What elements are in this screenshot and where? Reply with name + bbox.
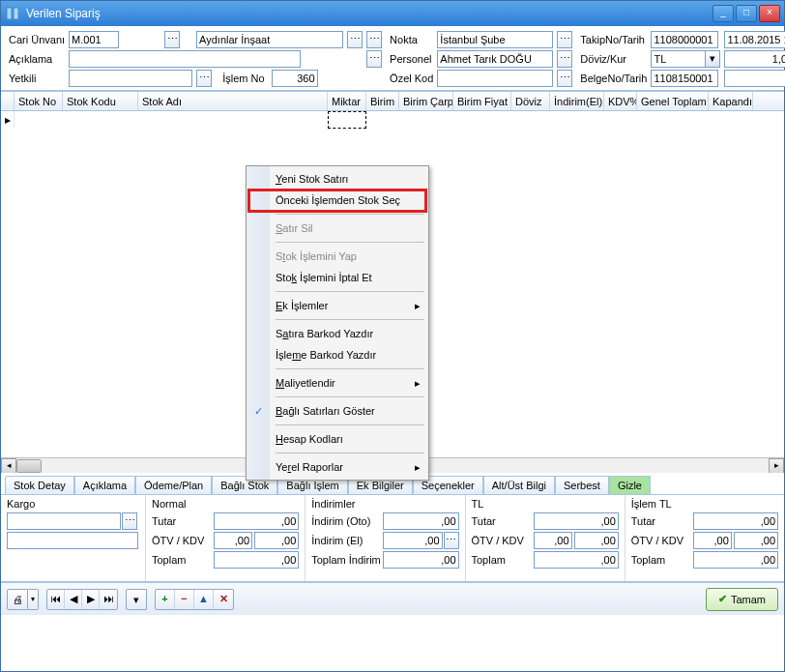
normal-title: Normal <box>152 498 299 510</box>
menu-stok-islem: Stok İşlemini Yap <box>248 246 426 267</box>
col-miktar[interactable]: Miktar <box>328 92 366 110</box>
menu-onceki-islemden[interactable]: Önceki İşlemden Stok Seç <box>248 190 426 211</box>
toplam-indirim: ,00 <box>383 551 458 569</box>
yetkili-input[interactable] <box>69 70 192 87</box>
grid-row[interactable] <box>1 111 784 129</box>
kargo-title: Kargo <box>7 498 139 510</box>
close-button[interactable]: × <box>759 5 780 22</box>
col-indirimel[interactable]: İndirim(El) <box>550 92 604 110</box>
menu-hesap-kodlari[interactable]: Hesap Kodları <box>248 428 426 450</box>
cari-code-lookup[interactable]: ⋯ <box>164 31 180 48</box>
col-stokkodu[interactable]: Stok Kodu <box>63 92 138 110</box>
menu-ek-islemler[interactable]: Ek İşlemler▸ <box>248 295 426 316</box>
islemno-label: İşlem No <box>222 73 264 84</box>
menu-satira-barkod[interactable]: Satıra Barkod Yazdır <box>248 323 426 344</box>
print-split[interactable]: ▾ <box>28 589 39 610</box>
active-cell[interactable] <box>328 111 366 129</box>
doviz-combo[interactable]: TL▾ <box>651 50 720 68</box>
col-birimfiyat[interactable]: Birim Fiyat <box>453 92 511 110</box>
nav-last-button[interactable]: ⏭ <box>100 590 117 609</box>
islemno-input[interactable] <box>272 70 318 87</box>
menu-stok-iptal[interactable]: Stok İşlemini İptal Et <box>248 267 426 288</box>
indirim-el: ,00 <box>383 532 442 549</box>
nokta-input[interactable] <box>437 31 553 48</box>
normal-kdv: ,00 <box>254 532 299 549</box>
takip-no-input[interactable] <box>651 31 718 48</box>
header-form: Cari Ünvanı ⋯ ⋯ ⋯ Nokta ⋯ TakipNo/Tarih … <box>1 26 784 91</box>
cancel-button[interactable]: ✕ <box>214 590 233 609</box>
nokta-lookup[interactable]: ⋯ <box>557 31 572 48</box>
belge-date-input[interactable] <box>724 70 785 87</box>
tl-otv: ,00 <box>534 532 572 549</box>
personel-input[interactable] <box>437 50 553 68</box>
tab-gizle[interactable]: Gizle <box>609 476 651 494</box>
scroll-right-icon[interactable]: ▸ <box>769 458 784 473</box>
grid-header: Stok No Stok Kodu Stok Adı Miktar Birim … <box>1 92 784 111</box>
ozelkod-label: Özel Kod <box>384 69 435 88</box>
menu-isleme-barkod[interactable]: İşleme Barkod Yazdır <box>248 344 426 365</box>
tab-stokdetay[interactable]: Stok Detay <box>5 476 74 494</box>
menu-bagli-satirlari[interactable]: ✓Bağlı Satırları Göster <box>248 400 426 422</box>
check-icon: ✔ <box>718 593 727 605</box>
menu-yeni-stok[interactable]: Yeni Stok Satırı <box>248 168 426 190</box>
col-birimcarp[interactable]: Birim Çarp <box>399 92 453 110</box>
maximize-button[interactable]: □ <box>736 5 757 22</box>
tab-altustbilgi[interactable]: Alt/Üst Bilgi <box>483 476 555 494</box>
scroll-thumb[interactable] <box>16 459 42 473</box>
menu-yerel-raporlar[interactable]: Yerel Raporlar▸ <box>248 456 426 478</box>
find-button[interactable]: ▾ <box>126 589 147 610</box>
tamam-button[interactable]: ✔Tamam <box>706 588 778 611</box>
personel-label: Personel <box>384 49 435 69</box>
col-doviz[interactable]: Döviz <box>511 92 550 110</box>
submenu-arrow-icon: ▸ <box>415 300 421 312</box>
indirimler-title: İndirimler <box>311 498 458 510</box>
indirim-lookup[interactable]: ⋯ <box>444 532 459 549</box>
col-kdv[interactable]: KDV% <box>604 92 637 110</box>
doviz-label: Döviz/Kur <box>574 49 649 69</box>
kargo-detail-input[interactable] <box>7 532 138 549</box>
tab-odemeplan[interactable]: Ödeme/Plan <box>135 476 212 494</box>
footer-toolbar: 🖨▾ ⏮ ◀ ▶ ⏭ ▾ + − ▲ ✕ ✔Tamam <box>1 582 784 615</box>
col-stokadi[interactable]: Stok Adı <box>138 92 328 110</box>
nav-prev-button[interactable]: ◀ <box>65 590 82 609</box>
takip-date-input[interactable] <box>724 31 785 48</box>
menu-maliyetlendir[interactable]: Maliyetlendir▸ <box>248 372 426 394</box>
minimize-button[interactable]: _ <box>712 5 734 22</box>
islemtl-title: İşlem TL <box>631 498 778 510</box>
edit-button[interactable]: ▲ <box>194 590 214 609</box>
aciklama-input[interactable] <box>69 50 301 68</box>
col-birim[interactable]: Birim <box>366 92 399 110</box>
ozelkod-lookup[interactable]: ⋯ <box>557 70 572 87</box>
ozelkod-input[interactable] <box>437 70 553 87</box>
totals-panel: Kargo ⋯ Normal Tutar,00 ÖTV / KDV,00,00 … <box>1 495 784 582</box>
kargo-lookup[interactable]: ⋯ <box>122 512 137 530</box>
belgeno-input[interactable] <box>651 70 718 87</box>
yetkili-label: Yetkili <box>7 69 67 88</box>
nav-next-button[interactable]: ▶ <box>82 590 100 609</box>
kur-input[interactable] <box>724 50 785 68</box>
row-indicator-icon <box>1 111 15 129</box>
nav-first-button[interactable]: ⏮ <box>47 590 65 609</box>
col-stokno[interactable]: Stok No <box>15 92 63 110</box>
remove-button[interactable]: − <box>175 590 194 609</box>
aciklama-lookup[interactable]: ⋯ <box>366 50 382 68</box>
add-button[interactable]: + <box>156 590 175 609</box>
personel-lookup[interactable]: ⋯ <box>557 50 572 68</box>
normal-tutar: ,00 <box>214 512 299 530</box>
cari-name-extra[interactable]: ⋯ <box>366 31 382 48</box>
islemtl-toplam: ,00 <box>693 551 778 569</box>
cari-name-input[interactable] <box>196 31 343 48</box>
app-icon <box>5 6 20 21</box>
cari-name-lookup[interactable]: ⋯ <box>347 31 363 48</box>
kargo-input[interactable] <box>7 512 121 530</box>
tab-serbest[interactable]: Serbest <box>555 476 609 494</box>
col-geneltoplam[interactable]: Genel Toplam <box>637 92 709 110</box>
print-button[interactable]: 🖨 <box>7 589 28 610</box>
indirim-oto: ,00 <box>383 512 458 530</box>
col-kapandi[interactable]: Kapandı <box>709 92 753 110</box>
yetkili-lookup[interactable]: ⋯ <box>196 70 212 87</box>
tab-aciklama[interactable]: Açıklama <box>74 476 135 494</box>
scroll-left-icon[interactable]: ◂ <box>1 458 16 473</box>
belge-label: BelgeNo/Tarih <box>574 69 649 88</box>
cari-code-input[interactable] <box>69 31 119 48</box>
